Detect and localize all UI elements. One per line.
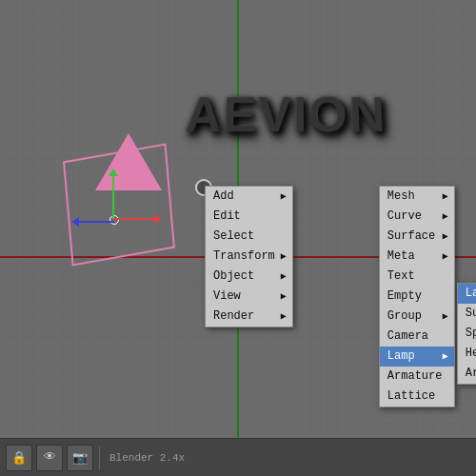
submenu-curve[interactable]: Curve ▶	[380, 207, 454, 227]
view-button[interactable]: 👁	[36, 445, 63, 471]
lock-button[interactable]: 🔒	[6, 445, 32, 471]
submenu-surface[interactable]: Surface ▶	[380, 227, 454, 247]
menu-item-transform[interactable]: Transform ▶	[206, 247, 292, 267]
origin-dot	[109, 215, 119, 225]
bottom-toolbar: 🔒 👁 📷 Blender 2.4x	[0, 438, 476, 476]
x-axis-arrow	[114, 218, 157, 220]
menu-item-select[interactable]: Select	[206, 227, 292, 247]
square-wireframe	[63, 143, 175, 266]
y-axis-arrow	[112, 176, 114, 219]
lamp-type-area[interactable]: Area	[458, 364, 476, 384]
menu-item-view[interactable]: View ▶	[206, 287, 292, 307]
context-menu: Add ▶ Edit Select Transform ▶ Object ▶ V…	[205, 186, 293, 327]
viewport[interactable]: AEVION Add ▶ Edit Select Transform ▶	[0, 0, 476, 438]
submenu-lamp[interactable]: Lamp ▶	[380, 347, 454, 367]
main-menu[interactable]: Add ▶ Edit Select Transform ▶ Object ▶ V…	[205, 186, 293, 327]
submenu-meta[interactable]: Meta ▶	[380, 247, 454, 267]
scene-title-text: AEVION	[185, 86, 388, 143]
toolbar-info: Blender 2.4x	[109, 452, 185, 464]
lamp-submenu[interactable]: Lamp Sun Spot Hemi Area	[457, 283, 476, 385]
add-submenu[interactable]: Mesh ▶ Curve ▶ Surface ▶ Meta ▶ Text	[379, 186, 455, 407]
menu-item-edit[interactable]: Edit	[206, 207, 292, 227]
submenu-mesh[interactable]: Mesh ▶	[380, 187, 454, 207]
camera-button[interactable]: 📷	[67, 445, 93, 471]
z-axis-arrow	[76, 221, 114, 223]
submenu-armature[interactable]: Armature	[380, 367, 454, 387]
submenu-arrow: ▶	[281, 188, 287, 205]
lamp-type-spot[interactable]: Spot	[458, 324, 476, 344]
submenu-group[interactable]: Group ▶	[380, 307, 454, 327]
lamp-type-hemi[interactable]: Hemi	[458, 344, 476, 364]
submenu-arrow-render: ▶	[281, 308, 287, 325]
submenu-arrow-object: ▶	[281, 268, 287, 285]
toolbar-separator	[99, 446, 100, 469]
lamp-type-lamp[interactable]: Lamp	[458, 284, 476, 304]
submenu-arrow-transform: ▶	[281, 248, 287, 265]
submenu-lattice[interactable]: Lattice	[380, 387, 454, 407]
submenu-arrow-view: ▶	[281, 288, 287, 305]
menu-item-render[interactable]: Render ▶	[206, 307, 292, 327]
submenu-empty[interactable]: Empty	[380, 287, 454, 307]
menu-item-add[interactable]: Add ▶	[206, 187, 292, 207]
submenu-text[interactable]: Text	[380, 267, 454, 287]
menu-item-object[interactable]: Object ▶	[206, 267, 292, 287]
lamp-type-sun[interactable]: Sun	[458, 304, 476, 324]
submenu-camera[interactable]: Camera	[380, 327, 454, 347]
